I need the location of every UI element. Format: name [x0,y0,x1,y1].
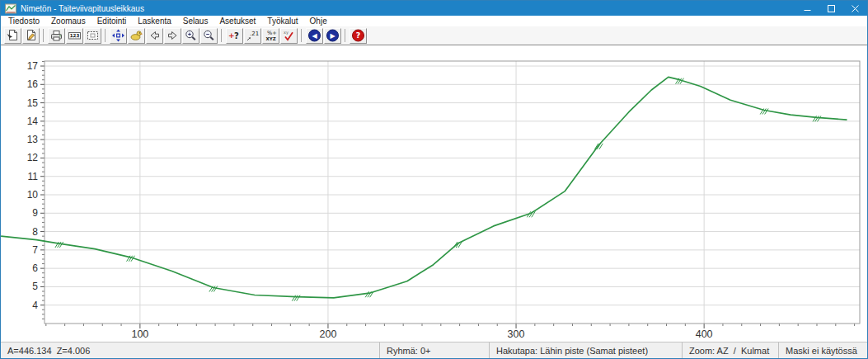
svg-text:100: 100 [131,328,148,340]
status-position: A=446.134 Z=4.006 [1,342,379,358]
toolbar-separator [345,29,345,42]
svg-text:xy: xy [284,30,289,35]
svg-text:16: 16 [27,78,39,90]
profile-chart[interactable]: 4567891011121314151617100200300400 [1,45,867,342]
svg-text:7: 7 [32,244,38,256]
status-search-mode: Hakutapa: Lähin piste (Samat pisteet) [489,342,682,358]
point-info-icon: .21 [246,29,260,42]
toolbar-separator [301,29,302,42]
svg-text:13: 13 [27,134,39,145]
toolbar: 123 [1,26,867,45]
xyz-values-icon: %+ XYZ [264,29,278,42]
prev-element-icon: ◀ [307,29,321,42]
svg-text:8: 8 [32,226,38,238]
app-icon [5,3,16,14]
close-icon [852,5,859,12]
svg-text:12: 12 [27,152,39,163]
svg-text:4: 4 [32,300,38,311]
close-button[interactable] [843,1,867,16]
svg-text:200: 200 [320,328,337,340]
menu-asetukset[interactable]: Asetukset [213,17,261,26]
forward-button[interactable] [164,28,181,44]
status-group: Ryhmä: 0+ [379,342,489,358]
svg-text:?: ? [356,31,361,40]
edit-drawing-button[interactable] [22,28,40,44]
svg-text:17: 17 [27,60,39,72]
query-point-icon: + ? [228,29,242,42]
xyz-values-button[interactable]: %+ XYZ [262,28,279,44]
status-bar: A=446.134 Z=4.006 Ryhmä: 0+ Hakutapa: Lä… [1,342,867,358]
minimize-icon [804,5,811,12]
svg-text:6: 6 [32,262,38,274]
copy-drawing-icon [6,29,20,42]
title-bar: Nimetön - Taiteviivapituusleikkaus [1,1,867,16]
help-icon: ? [351,29,365,42]
point-info-button[interactable]: .21 [244,28,261,44]
window-title: Nimetön - Taiteviivapituusleikkaus [21,4,144,13]
svg-text:14: 14 [27,116,39,127]
scale-123-icon: 123 [68,29,82,42]
svg-text:%+: %+ [267,30,277,36]
svg-text:400: 400 [696,328,713,340]
fit-window-icon [86,29,100,42]
toolbar-separator [105,29,106,42]
back-button[interactable] [146,28,163,44]
check-xy-icon: xy [282,29,296,42]
status-zoom-mode: Zoom: AZ / Kulmat [682,342,778,358]
svg-text:◀: ◀ [312,32,317,40]
menu-laskenta[interactable]: Laskenta [132,17,177,26]
toolbar-separator [221,29,222,42]
svg-text:▶: ▶ [330,32,335,40]
fit-window-button[interactable] [84,28,101,44]
minimize-button[interactable] [795,1,819,16]
zoom-out-button[interactable] [200,28,218,44]
help-button[interactable]: ? [350,28,367,44]
check-xy-button[interactable]: xy [280,28,298,44]
window-controls [795,1,867,16]
menu-editointi[interactable]: Editointi [91,17,133,26]
svg-text:5: 5 [32,281,38,292]
menu-ohje[interactable]: Ohje [304,17,333,26]
pan-button[interactable] [128,28,145,44]
status-mask: Maski ei käytössä [778,342,867,358]
menu-zoomaus[interactable]: Zoomaus [45,17,91,26]
back-arrow-icon [148,29,162,42]
toolbar-separator [43,29,44,42]
svg-text:300: 300 [508,328,525,340]
profile-plot[interactable]: 4567891011121314151617100200300400 [1,45,867,342]
maximize-icon [828,5,835,12]
menu-bar: Tiedosto Zoomaus Editointi Laskenta Sela… [1,16,867,26]
menu-selaus[interactable]: Selaus [177,17,214,26]
next-element-icon: ▶ [326,29,340,42]
copy-drawing-button[interactable] [4,28,21,44]
menu-tyokalut[interactable]: Työkalut [261,17,303,26]
svg-text:15: 15 [27,97,39,109]
zoom-extents-icon [111,29,125,42]
forward-arrow-icon [166,29,180,42]
svg-text:11: 11 [28,171,39,182]
svg-text:10: 10 [27,189,39,201]
prev-element-button[interactable]: ◀ [306,28,323,44]
svg-text:XYZ: XYZ [266,36,276,41]
print-button[interactable] [48,28,65,44]
pan-icon [129,29,143,42]
menu-tiedosto[interactable]: Tiedosto [2,17,45,26]
svg-text:?: ? [234,31,239,40]
zoom-in-icon [184,29,198,42]
zoom-in-button[interactable] [182,28,199,44]
query-point-button[interactable]: + ? [226,28,243,44]
svg-text:123: 123 [70,33,80,38]
app-window: Nimetön - Taiteviivapituusleikkaus Tiedo… [0,0,868,359]
edit-drawing-icon [24,29,38,42]
zoom-out-icon [202,29,216,42]
maximize-button[interactable] [819,1,843,16]
zoom-extents-button[interactable] [110,28,127,44]
scale-123-button[interactable]: 123 [66,28,83,44]
svg-text:9: 9 [32,207,38,219]
print-icon [49,29,63,42]
svg-text:.21: .21 [250,31,259,37]
next-element-button[interactable]: ▶ [324,28,341,44]
